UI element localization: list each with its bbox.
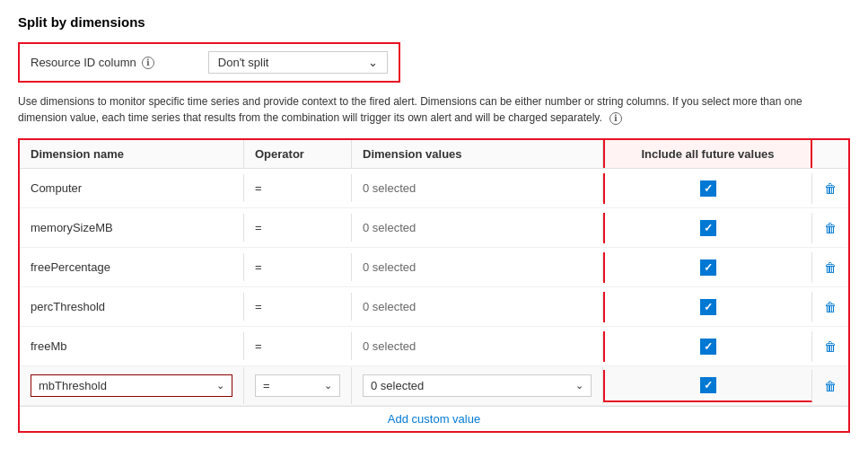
dimension-name-mbThreshold-cell[interactable]: mbThreshold ⌄ [20,367,244,404]
delete-icon-freeMb[interactable]: 🗑 [824,339,837,354]
delete-icon-mbThreshold[interactable]: 🗑 [824,379,837,393]
checkbox-computer[interactable] [700,180,716,197]
include-all-freeMb[interactable] [603,331,812,362]
dimension-name-computer: Computer [20,174,244,202]
dimension-values-freeMb[interactable]: 0 selected [352,332,603,360]
description-text: Use dimensions to monitor specific time … [18,93,844,126]
table-header: Dimension name Operator Dimension values… [20,140,848,169]
chevron-down-icon-dim: ⌄ [216,380,224,391]
delete-icon-freePercentage[interactable]: 🗑 [824,260,837,275]
include-all-memorySizeMB[interactable] [603,213,812,243]
col-header-dimension-values: Dimension values [352,140,603,168]
operator-computer: = [244,174,352,202]
table-row: percThreshold = 0 selected 🗑 [20,287,848,327]
dimension-name-freeMb: freeMb [20,332,244,360]
checkbox-freePercentage[interactable] [700,259,716,276]
dimension-values-percThreshold[interactable]: 0 selected [352,293,603,321]
dimension-values-freePercentage[interactable]: 0 selected [352,253,603,281]
delete-freePercentage[interactable]: 🗑 [812,253,848,282]
resource-id-dropdown[interactable]: Don't split ⌄ [208,51,388,74]
resource-id-text: Resource ID column [31,56,136,69]
delete-icon-memorySizeMB[interactable]: 🗑 [824,221,837,235]
resource-id-label: Resource ID column ℹ [31,56,154,69]
dimension-values-memorySizeMB[interactable]: 0 selected [352,214,603,242]
operator-mbThreshold-dropdown[interactable]: = ⌄ [255,374,340,397]
page-title: Split by dimensions [18,14,850,30]
description-info-icon[interactable]: ℹ [609,112,622,125]
dimensions-table: Dimension name Operator Dimension values… [18,138,850,433]
operator-percThreshold: = [244,293,352,321]
operator-freeMb: = [244,332,352,360]
table-row: freePercentage = 0 selected 🗑 [20,248,848,287]
checkbox-mbThreshold[interactable] [700,377,716,393]
resource-id-info-icon[interactable]: ℹ [142,57,154,69]
dimension-values-mbThreshold-cell[interactable]: 0 selected ⌄ [352,367,603,404]
operator-mbThreshold-cell[interactable]: = ⌄ [244,367,352,404]
chevron-down-icon-val: ⌄ [575,380,583,391]
table-row: freeMb = 0 selected 🗑 [20,327,848,366]
add-custom-row: Add custom value [20,406,848,431]
table-row: Computer = 0 selected 🗑 [20,169,848,208]
operator-memorySizeMB: = [244,214,352,242]
chevron-down-icon-op: ⌄ [324,380,332,391]
col-header-include-all: Include all future values [603,140,812,168]
dimension-name-percThreshold: percThreshold [20,293,244,321]
dimension-name-freePercentage: freePercentage [20,253,244,281]
dimension-name-mbThreshold-dropdown[interactable]: mbThreshold ⌄ [31,374,232,397]
include-all-mbThreshold[interactable] [603,370,812,402]
col-header-dimension-name: Dimension name [20,140,244,168]
col-header-operator: Operator [244,140,352,168]
dimension-name-mbThreshold-value: mbThreshold [39,379,107,392]
include-all-computer[interactable] [603,173,812,204]
dimension-name-memorySizeMB: memorySizeMB [20,214,244,242]
resource-id-section: Resource ID column ℹ Don't split ⌄ [18,42,400,83]
resource-id-dropdown-value: Don't split [218,56,269,69]
delete-memorySizeMB[interactable]: 🗑 [812,214,848,242]
delete-percThreshold[interactable]: 🗑 [812,293,848,321]
delete-computer[interactable]: 🗑 [812,174,848,203]
checkbox-freeMb[interactable] [700,339,716,355]
table-row: memorySizeMB = 0 selected 🗑 [20,208,848,248]
dimension-values-computer[interactable]: 0 selected [352,174,603,202]
dimension-values-mbThreshold-dropdown[interactable]: 0 selected ⌄ [363,374,592,397]
add-custom-value-link[interactable]: Add custom value [388,412,480,426]
chevron-down-icon: ⌄ [368,56,378,69]
checkbox-percThreshold[interactable] [700,299,716,315]
operator-mbThreshold-value: = [263,379,270,392]
delete-freeMb[interactable]: 🗑 [812,332,848,361]
delete-icon-percThreshold[interactable]: 🗑 [824,300,837,314]
dimension-values-mbThreshold-value: 0 selected [371,379,424,392]
include-all-percThreshold[interactable] [603,292,812,322]
include-all-freePercentage[interactable] [603,252,812,283]
table-row-last: mbThreshold ⌄ = ⌄ 0 selected ⌄ 🗑 [20,366,848,406]
operator-freePercentage: = [244,253,352,281]
col-header-delete [812,140,848,168]
delete-icon-computer[interactable]: 🗑 [824,181,837,196]
delete-mbThreshold[interactable]: 🗑 [812,372,848,400]
checkbox-memorySizeMB[interactable] [700,220,716,236]
